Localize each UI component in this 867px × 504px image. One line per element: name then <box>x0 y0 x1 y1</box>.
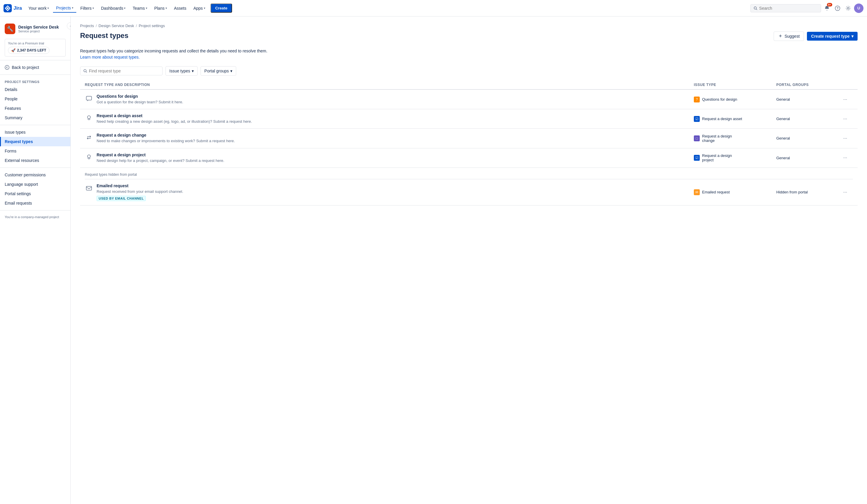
portal-groups-filter[interactable]: Portal groups ▾ <box>201 66 236 76</box>
filter-row: Issue types ▾ Portal groups ▾ <box>80 66 858 76</box>
nav-your-work[interactable]: Your work ▾ <box>25 4 52 12</box>
main-layout: 🔧 Design Service Desk Service project ‹ … <box>0 17 867 504</box>
portal-group-cell: General <box>776 117 841 121</box>
sidebar-item-request-types[interactable]: Request types <box>0 137 71 146</box>
sidebar-item-email-requests[interactable]: Email requests <box>0 199 71 208</box>
find-request-type-input[interactable] <box>89 68 159 73</box>
more-options-button[interactable]: ··· <box>841 154 849 162</box>
learn-more-link[interactable]: Learn more about request types. <box>80 55 140 60</box>
rt-icon-project <box>85 153 93 161</box>
breadcrumb-design-service-desk[interactable]: Design Service Desk <box>99 23 134 28</box>
sidebar-item-summary[interactable]: Summary <box>0 113 71 122</box>
rt-desc: Got a question for the design team? Subm… <box>97 99 694 105</box>
search-request-type[interactable] <box>80 66 162 75</box>
issue-type-name: Questions for design <box>702 97 737 101</box>
rocket-icon: 🚀 <box>11 48 15 52</box>
table-row: Request a design change Need to make cha… <box>80 129 858 148</box>
project-type: Service project <box>18 30 59 33</box>
breadcrumb-projects[interactable]: Projects <box>80 23 94 28</box>
issue-type-name-line1: Request a design <box>702 153 732 158</box>
breadcrumb: Projects / Design Service Desk / Project… <box>80 23 858 28</box>
issue-type-name: Request a design asset <box>702 117 742 121</box>
nav-plans[interactable]: Plans ▾ <box>151 4 170 12</box>
issue-type-cell: ☑ Request a design project <box>694 153 776 162</box>
rt-name-cell: Request a design project Need design hel… <box>85 152 694 163</box>
table-header: Request type and description Issue type … <box>80 81 858 90</box>
back-to-project[interactable]: Back to project <box>0 63 71 72</box>
avatar[interactable]: U <box>854 3 864 13</box>
nav-logo[interactable]: Jira <box>3 4 22 12</box>
issue-types-filter[interactable]: Issue types ▾ <box>165 66 197 76</box>
sidebar-item-customer-permissions[interactable]: Customer permissions <box>0 170 71 180</box>
page-actions: Suggest Create request type ▾ <box>774 32 858 41</box>
sidebar-item-forms[interactable]: Forms <box>0 146 71 156</box>
suggest-label: Suggest <box>784 34 800 39</box>
svg-point-12 <box>87 155 90 158</box>
sidebar-item-features[interactable]: Features <box>0 104 71 113</box>
nav-dashboards[interactable]: Dashboards ▾ <box>98 4 129 12</box>
more-options-button[interactable]: ··· <box>841 115 849 123</box>
more-options-button[interactable]: ··· <box>841 188 849 196</box>
issue-type-icon: ✉ <box>694 189 700 195</box>
sidebar-divider-5 <box>0 210 71 211</box>
sidebar-item-external-resources[interactable]: External resources <box>0 156 71 165</box>
lightbulb-icon <box>86 115 92 121</box>
table-row: Questions for design Got a question for … <box>80 90 858 109</box>
envelope-icon <box>86 185 92 191</box>
search-input[interactable] <box>759 6 818 11</box>
chevron-down-icon: ▾ <box>146 7 147 10</box>
sidebar-item-issue-types[interactable]: Issue types <box>0 128 71 137</box>
chat-icon <box>86 95 92 102</box>
nav-apps[interactable]: Apps ▾ <box>191 4 208 12</box>
sidebar-project-header: 🔧 Design Service Desk Service project <box>0 21 71 39</box>
notifications-button[interactable]: 9+ <box>822 3 832 13</box>
project-settings-heading: Project settings <box>0 77 71 85</box>
rt-name: Request a design change <box>97 133 694 138</box>
rt-desc: Request received from your email support… <box>97 189 694 194</box>
create-request-type-button[interactable]: Create request type ▾ <box>807 32 858 41</box>
issue-type-cell: ? Questions for design <box>694 97 776 103</box>
jira-icon <box>3 4 12 12</box>
sidebar-item-people[interactable]: People <box>0 94 71 104</box>
svg-text:?: ? <box>837 7 839 10</box>
portal-group-cell: General <box>776 97 841 101</box>
more-options-button[interactable]: ··· <box>841 134 849 142</box>
nav-assets[interactable]: Assets <box>171 4 189 12</box>
create-button[interactable]: Create <box>211 3 232 13</box>
portal-group-cell: General <box>776 136 841 140</box>
issue-type-icon: ☑ <box>694 116 700 122</box>
nav-teams[interactable]: Teams ▾ <box>130 4 150 12</box>
issue-type-cell: ✉ Emailed request <box>694 189 776 195</box>
main-content: Projects / Design Service Desk / Project… <box>71 17 867 504</box>
sidebar-item-language-support[interactable]: Language support <box>0 180 71 189</box>
rt-desc: Need help creating a new design asset (e… <box>97 119 694 124</box>
svg-line-9 <box>86 72 87 73</box>
help-icon: ? <box>835 6 840 11</box>
nav-projects[interactable]: Projects ▾ <box>53 4 76 13</box>
chevron-down-icon: ▾ <box>47 7 49 10</box>
nav-filters[interactable]: Filters ▾ <box>77 4 97 12</box>
breadcrumb-project-settings: Project settings <box>139 23 165 28</box>
sidebar-item-details[interactable]: Details <box>0 85 71 94</box>
svg-point-1 <box>7 7 9 9</box>
rt-desc: Need to make changes or improvements to … <box>97 138 694 144</box>
company-managed-note: You're in a company-managed project <box>0 213 71 221</box>
sidebar-item-portal-settings[interactable]: Portal settings <box>0 189 71 199</box>
back-arrow-icon <box>5 65 9 70</box>
table-row: Emailed request Request received from yo… <box>80 179 858 205</box>
search-bar[interactable] <box>750 4 821 12</box>
trial-label: You're on a Premium trial <box>8 42 62 45</box>
chevron-down-icon: ▾ <box>204 7 205 10</box>
table-row: Request a design asset Need help creatin… <box>80 109 858 129</box>
help-button[interactable]: ? <box>833 3 842 13</box>
chevron-down-icon: ▾ <box>165 7 167 10</box>
suggest-button[interactable]: Suggest <box>774 32 804 41</box>
sidebar-divider-2 <box>0 74 71 75</box>
search-icon <box>753 6 758 10</box>
project-icon: 🔧 <box>5 23 15 34</box>
settings-button[interactable] <box>844 3 853 13</box>
sidebar-divider-4 <box>0 168 71 168</box>
more-options-button[interactable]: ··· <box>841 95 849 104</box>
chevron-down-icon: ▾ <box>230 68 232 73</box>
table-row: Request a design project Need design hel… <box>80 148 858 168</box>
